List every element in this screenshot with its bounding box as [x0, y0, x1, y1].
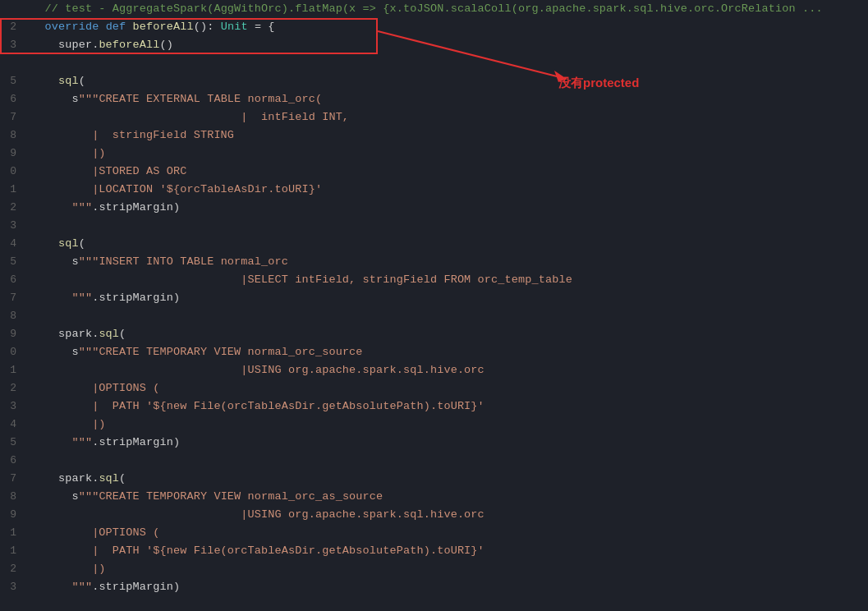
line-row: 3 — [0, 217, 868, 235]
line-row: 5 s"""INSERT INTO TABLE normal_orc — [0, 253, 868, 271]
line-row: 2 |OPTIONS ( — [0, 379, 868, 397]
line-row: 3 super.beforeAll() — [0, 36, 868, 54]
line-row: 6 — [0, 452, 868, 470]
line-row: 9 |USING org.apache.spark.sql.hive.orc — [0, 506, 868, 524]
line-row: 1 |LOCATION '${orcTableAsDir.toURI}' — [0, 181, 868, 199]
line-row: // test - AggregateSpark(AggWithOrc).fla… — [0, 0, 868, 18]
line-row: 7 """.stripMargin) — [0, 289, 868, 307]
line-row: 4 sql( — [0, 235, 868, 253]
line-row: 5 """.stripMargin) — [0, 434, 868, 452]
line-row — [0, 54, 868, 72]
line-row: 0 s"""CREATE TEMPORARY VIEW normal_orc_s… — [0, 343, 868, 361]
line-row: 2 """.stripMargin) — [0, 199, 868, 217]
line-row: 8 s"""CREATE TEMPORARY VIEW normal_orc_a… — [0, 488, 868, 506]
line-row: 5 sql( — [0, 72, 868, 90]
line-row: 8 — [0, 307, 868, 325]
line-row: 7 spark.sql( — [0, 470, 868, 488]
line-row: 1 |USING org.apache.spark.sql.hive.orc — [0, 361, 868, 379]
line-row: 3 """.stripMargin) — [0, 578, 868, 596]
line-row: 2 override def beforeAll(): Unit = { — [0, 18, 868, 36]
line-row: 1 |OPTIONS ( — [0, 524, 868, 542]
line-row: 2 |) — [0, 560, 868, 578]
line-row: 6 s"""CREATE EXTERNAL TABLE normal_orc( — [0, 90, 868, 108]
code-lines: // test - AggregateSpark(AggWithOrc).fla… — [0, 0, 868, 596]
line-row: 8 | stringField STRING — [0, 126, 868, 145]
line-row: 7 | intField INT, — [0, 108, 868, 126]
code-editor: // test - AggregateSpark(AggWithOrc).fla… — [0, 0, 868, 611]
line-row: 0 |STORED AS ORC — [0, 163, 868, 181]
line-row: 4 |) — [0, 416, 868, 434]
line-row: 3 | PATH '${new File(orcTableAsDir.getAb… — [0, 397, 868, 416]
line-row: 9 |) — [0, 145, 868, 163]
line-row: 1 | PATH '${new File(orcTableAsDir.getAb… — [0, 542, 868, 560]
line-row: 9 spark.sql( — [0, 325, 868, 343]
line-row: 6 |SELECT intField, stringField FROM orc… — [0, 271, 868, 289]
